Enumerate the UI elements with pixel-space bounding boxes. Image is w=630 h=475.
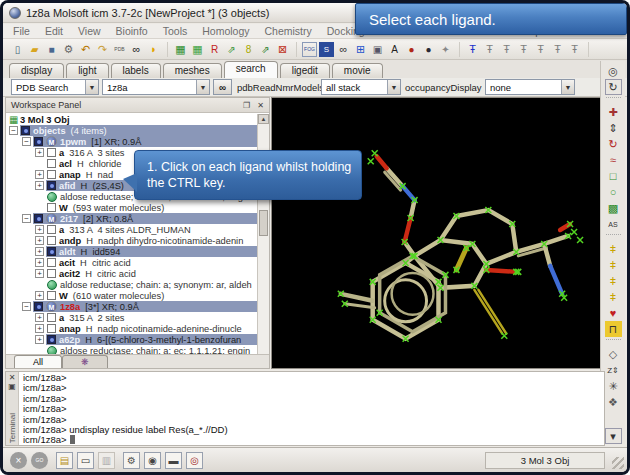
workspace-toggle-button[interactable]: ▤ xyxy=(56,452,73,469)
atom-select-icon[interactable]: AS xyxy=(605,216,622,232)
tree-row[interactable]: +aldtH idd594 xyxy=(6,246,257,257)
tree-row[interactable]: W(593 water molecules) xyxy=(6,202,257,213)
stop-icon[interactable]: × xyxy=(10,452,27,469)
plot-grid-icon[interactable]: ⇗ xyxy=(258,42,273,57)
expand-icon[interactable]: + xyxy=(35,148,44,157)
close-terminal-icon[interactable]: ✕ xyxy=(9,373,16,382)
tab-meshes[interactable]: meshes xyxy=(163,63,222,78)
translate-icon[interactable]: ✚ xyxy=(605,104,622,120)
expand-icon[interactable]: + xyxy=(35,324,44,333)
quick-settings-button[interactable]: ⚙ xyxy=(123,452,140,469)
expand-icon[interactable]: + xyxy=(35,258,44,267)
tree-row[interactable]: −M2i17[2] XR; 0.8Å xyxy=(6,213,257,224)
display-checkbox-off[interactable] xyxy=(47,148,56,157)
refresh-icon[interactable]: ↻ xyxy=(605,79,622,95)
display-checkbox-on[interactable] xyxy=(47,335,56,344)
split-window-button[interactable]: ▥ xyxy=(98,452,115,469)
tree-row-body[interactable]: anapH nadp nicotinamide-adenine-dinucle xyxy=(46,323,257,334)
display-level-2-icon[interactable]: Ŧ xyxy=(482,42,497,57)
tree-row-body[interactable]: acit2H citric acid xyxy=(46,268,257,279)
terminal-output[interactable]: icm/1z8a>icm/1z8a>icm/1z8a>icm/1z8a>icm/… xyxy=(19,372,604,445)
single-window-button[interactable]: ▭ xyxy=(77,452,94,469)
color-wheel-icon[interactable]: ◗ xyxy=(146,42,161,57)
nmr-models-select[interactable]: all stack ▼ xyxy=(321,79,401,95)
fetch-pdb-icon[interactable]: PDB xyxy=(112,42,127,57)
z-clip-icon[interactable]: Z⇕ xyxy=(605,362,622,378)
clip-back-icon[interactable]: ǂ xyxy=(605,257,622,273)
settings-gear-icon[interactable]: ⚙ xyxy=(61,42,76,57)
float-panel-icon[interactable]: ❐ xyxy=(241,101,252,110)
table-view-icon[interactable]: ▦ xyxy=(190,42,205,57)
graphics-viewport[interactable] xyxy=(271,97,604,369)
tree-row[interactable]: +acitH citric acid xyxy=(6,257,257,268)
glasses-icon[interactable]: ∞ xyxy=(336,42,351,57)
tree-row-body[interactable]: andpH nadph dihydro-nicotinamide-adenin xyxy=(46,235,257,246)
display-checkbox-on[interactable] xyxy=(47,181,56,190)
lock-view-icon[interactable]: ⊓ xyxy=(605,321,622,337)
search-query-input[interactable]: 1z8a ▼ xyxy=(102,79,210,95)
tree-row[interactable]: +a62pH 6-[(5-chloro-3-methyl-1-benzofura… xyxy=(6,334,257,345)
table-icon[interactable]: ▦ xyxy=(173,42,188,57)
display-checkbox-on[interactable] xyxy=(47,247,56,256)
menu-file[interactable]: File xyxy=(13,25,30,37)
display-level-7-icon[interactable]: Ŧ xyxy=(567,42,582,57)
label-icon[interactable]: A xyxy=(387,42,402,57)
display-level-6-icon[interactable]: Ŧ xyxy=(550,42,565,57)
tree-row-body[interactable]: acitH citric acid xyxy=(46,257,257,268)
tab-movie[interactable]: movie xyxy=(332,63,383,78)
expand-icon[interactable]: + xyxy=(35,313,44,322)
collapse-icon[interactable]: − xyxy=(9,126,18,135)
tree-row[interactable]: +W(610 water molecules) xyxy=(6,290,257,301)
select-all-icon[interactable]: ▩ xyxy=(605,200,622,216)
zoom-icon[interactable]: ⇕ xyxy=(605,120,622,136)
expand-icon[interactable]: + xyxy=(35,181,44,190)
display-checkbox-off[interactable] xyxy=(47,258,56,267)
go-icon[interactable]: GO xyxy=(31,452,48,469)
expand-icon[interactable]: + xyxy=(35,236,44,245)
tree-row-body[interactable]: aldtH idd594 xyxy=(46,246,257,257)
close-panel-icon[interactable]: ✕ xyxy=(255,101,266,110)
display-level-4-icon[interactable]: Ŧ xyxy=(516,42,531,57)
center-view-icon[interactable]: ◎ xyxy=(605,63,622,79)
search-go-button[interactable]: ∞ xyxy=(213,79,232,95)
workspace-tab-selection[interactable]: ❋ xyxy=(62,355,108,368)
menu-chemistry[interactable]: Chemistry xyxy=(265,25,312,37)
tree-row-body[interactable]: objects(4 items) xyxy=(20,125,257,136)
workspace-tab-all[interactable]: All xyxy=(14,355,62,368)
expand-icon[interactable]: + xyxy=(35,170,44,179)
rock-icon[interactable]: ≈ xyxy=(605,152,622,168)
stereo-button[interactable]: S xyxy=(319,42,334,57)
collapse-icon[interactable]: − xyxy=(22,302,31,311)
display-checkbox-on[interactable] xyxy=(34,137,43,146)
chevron-down-icon[interactable]: ▼ xyxy=(85,80,98,94)
display-checkbox-off[interactable] xyxy=(47,203,56,212)
expand-icon[interactable]: + xyxy=(35,247,44,256)
workspace-panel-header[interactable]: Workspace Panel ❐ ✕ xyxy=(6,98,269,113)
expand-icon[interactable]: + xyxy=(35,291,44,300)
display-level-5-icon[interactable]: Ŧ xyxy=(533,42,548,57)
display-checkbox-on[interactable] xyxy=(34,302,43,311)
box-mode-icon[interactable]: ◇ xyxy=(605,346,622,362)
grid-view-icon[interactable]: ⊞ xyxy=(353,42,368,57)
display-checkbox-off[interactable] xyxy=(47,159,56,168)
duplicate-view-icon[interactable]: ▣ xyxy=(370,42,385,57)
tab-light[interactable]: light xyxy=(66,63,108,78)
display-level-3-icon[interactable]: Ŧ xyxy=(499,42,514,57)
wand-icon[interactable]: ✦ xyxy=(438,42,453,57)
new-file-icon[interactable]: ▯ xyxy=(10,42,25,57)
magnet-button[interactable]: ◎ xyxy=(186,452,203,469)
resize-grip[interactable] xyxy=(612,457,624,469)
display-checkbox-off[interactable] xyxy=(47,291,56,300)
measure-icon[interactable]: ♥ xyxy=(605,305,622,321)
collapse-icon[interactable]: − xyxy=(22,214,31,223)
display-checkbox-off[interactable] xyxy=(47,236,56,245)
select-lasso-icon[interactable]: ○ xyxy=(605,184,622,200)
tree-row-body[interactable]: W(610 water molecules) xyxy=(46,290,257,301)
clip-slab-icon[interactable]: ǂ xyxy=(605,273,622,289)
undo-icon[interactable]: ↶ xyxy=(78,42,93,57)
pick-atom-icon[interactable]: ❖ xyxy=(605,394,622,410)
expand-icon[interactable]: + xyxy=(35,335,44,344)
open-folder-icon[interactable]: ▰ xyxy=(27,42,42,57)
tree-row[interactable]: aldose reductase; chain: a; synonym: ar,… xyxy=(6,279,257,290)
expand-icon[interactable]: + xyxy=(35,225,44,234)
